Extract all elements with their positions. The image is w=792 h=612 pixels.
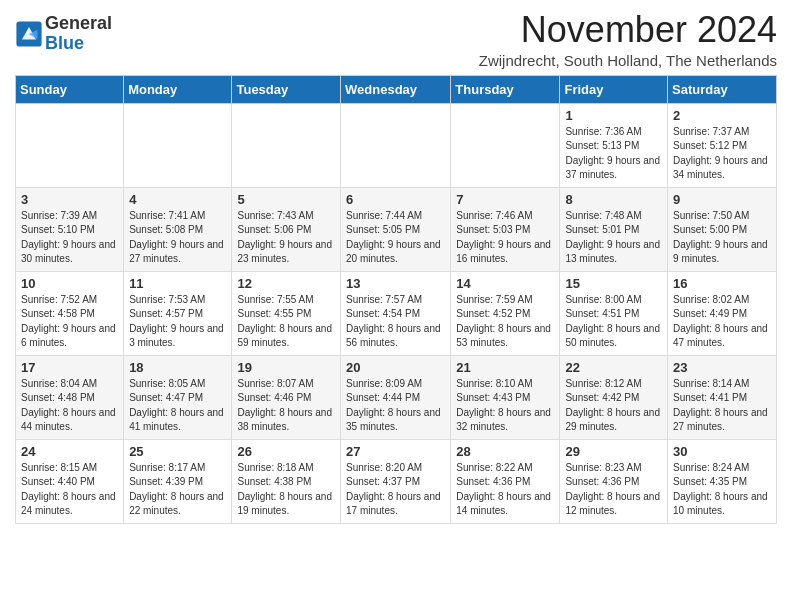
day-info: Sunrise: 7:48 AMSunset: 5:01 PMDaylight:…	[565, 209, 662, 267]
calendar-cell	[16, 103, 124, 187]
day-info: Sunrise: 7:53 AMSunset: 4:57 PMDaylight:…	[129, 293, 226, 351]
calendar-cell: 16Sunrise: 8:02 AMSunset: 4:49 PMDayligh…	[668, 271, 777, 355]
day-info: Sunrise: 7:44 AMSunset: 5:05 PMDaylight:…	[346, 209, 445, 267]
calendar-cell: 11Sunrise: 7:53 AMSunset: 4:57 PMDayligh…	[124, 271, 232, 355]
day-number: 16	[673, 276, 771, 291]
calendar-cell: 18Sunrise: 8:05 AMSunset: 4:47 PMDayligh…	[124, 355, 232, 439]
calendar-cell: 17Sunrise: 8:04 AMSunset: 4:48 PMDayligh…	[16, 355, 124, 439]
day-number: 9	[673, 192, 771, 207]
day-number: 11	[129, 276, 226, 291]
day-info: Sunrise: 7:46 AMSunset: 5:03 PMDaylight:…	[456, 209, 554, 267]
day-info: Sunrise: 7:57 AMSunset: 4:54 PMDaylight:…	[346, 293, 445, 351]
day-info: Sunrise: 8:14 AMSunset: 4:41 PMDaylight:…	[673, 377, 771, 435]
day-info: Sunrise: 8:07 AMSunset: 4:46 PMDaylight:…	[237, 377, 335, 435]
day-number: 4	[129, 192, 226, 207]
title-area: November 2024 Zwijndrecht, South Holland…	[479, 10, 777, 69]
day-number: 10	[21, 276, 118, 291]
day-number: 8	[565, 192, 662, 207]
calendar-cell: 10Sunrise: 7:52 AMSunset: 4:58 PMDayligh…	[16, 271, 124, 355]
calendar-cell: 21Sunrise: 8:10 AMSunset: 4:43 PMDayligh…	[451, 355, 560, 439]
calendar-cell: 15Sunrise: 8:00 AMSunset: 4:51 PMDayligh…	[560, 271, 668, 355]
day-number: 24	[21, 444, 118, 459]
column-header-monday: Monday	[124, 75, 232, 103]
calendar-cell: 26Sunrise: 8:18 AMSunset: 4:38 PMDayligh…	[232, 439, 341, 523]
day-number: 21	[456, 360, 554, 375]
day-info: Sunrise: 7:41 AMSunset: 5:08 PMDaylight:…	[129, 209, 226, 267]
calendar-cell: 6Sunrise: 7:44 AMSunset: 5:05 PMDaylight…	[341, 187, 451, 271]
calendar-cell: 4Sunrise: 7:41 AMSunset: 5:08 PMDaylight…	[124, 187, 232, 271]
calendar-cell: 3Sunrise: 7:39 AMSunset: 5:10 PMDaylight…	[16, 187, 124, 271]
calendar-cell: 19Sunrise: 8:07 AMSunset: 4:46 PMDayligh…	[232, 355, 341, 439]
day-info: Sunrise: 7:36 AMSunset: 5:13 PMDaylight:…	[565, 125, 662, 183]
calendar-cell: 20Sunrise: 8:09 AMSunset: 4:44 PMDayligh…	[341, 355, 451, 439]
day-number: 25	[129, 444, 226, 459]
day-number: 29	[565, 444, 662, 459]
day-info: Sunrise: 8:09 AMSunset: 4:44 PMDaylight:…	[346, 377, 445, 435]
calendar-cell: 30Sunrise: 8:24 AMSunset: 4:35 PMDayligh…	[668, 439, 777, 523]
calendar-week-4: 17Sunrise: 8:04 AMSunset: 4:48 PMDayligh…	[16, 355, 777, 439]
logo: General Blue	[15, 14, 112, 54]
month-title: November 2024	[479, 10, 777, 50]
day-number: 13	[346, 276, 445, 291]
calendar-cell	[124, 103, 232, 187]
day-info: Sunrise: 8:22 AMSunset: 4:36 PMDaylight:…	[456, 461, 554, 519]
column-header-wednesday: Wednesday	[341, 75, 451, 103]
day-info: Sunrise: 8:23 AMSunset: 4:36 PMDaylight:…	[565, 461, 662, 519]
day-number: 28	[456, 444, 554, 459]
calendar-week-5: 24Sunrise: 8:15 AMSunset: 4:40 PMDayligh…	[16, 439, 777, 523]
day-number: 17	[21, 360, 118, 375]
day-number: 7	[456, 192, 554, 207]
day-number: 12	[237, 276, 335, 291]
day-number: 19	[237, 360, 335, 375]
calendar-table: SundayMondayTuesdayWednesdayThursdayFrid…	[15, 75, 777, 524]
calendar-cell: 29Sunrise: 8:23 AMSunset: 4:36 PMDayligh…	[560, 439, 668, 523]
calendar-cell: 2Sunrise: 7:37 AMSunset: 5:12 PMDaylight…	[668, 103, 777, 187]
day-info: Sunrise: 8:24 AMSunset: 4:35 PMDaylight:…	[673, 461, 771, 519]
day-info: Sunrise: 7:43 AMSunset: 5:06 PMDaylight:…	[237, 209, 335, 267]
day-number: 23	[673, 360, 771, 375]
calendar-cell	[232, 103, 341, 187]
day-info: Sunrise: 7:59 AMSunset: 4:52 PMDaylight:…	[456, 293, 554, 351]
day-number: 3	[21, 192, 118, 207]
page-header: General Blue November 2024 Zwijndrecht, …	[15, 10, 777, 69]
calendar-cell: 14Sunrise: 7:59 AMSunset: 4:52 PMDayligh…	[451, 271, 560, 355]
day-info: Sunrise: 8:12 AMSunset: 4:42 PMDaylight:…	[565, 377, 662, 435]
day-number: 1	[565, 108, 662, 123]
day-number: 5	[237, 192, 335, 207]
day-info: Sunrise: 7:52 AMSunset: 4:58 PMDaylight:…	[21, 293, 118, 351]
column-header-thursday: Thursday	[451, 75, 560, 103]
calendar-header-row: SundayMondayTuesdayWednesdayThursdayFrid…	[16, 75, 777, 103]
calendar-cell: 24Sunrise: 8:15 AMSunset: 4:40 PMDayligh…	[16, 439, 124, 523]
calendar-cell: 12Sunrise: 7:55 AMSunset: 4:55 PMDayligh…	[232, 271, 341, 355]
day-info: Sunrise: 8:17 AMSunset: 4:39 PMDaylight:…	[129, 461, 226, 519]
day-info: Sunrise: 7:39 AMSunset: 5:10 PMDaylight:…	[21, 209, 118, 267]
day-info: Sunrise: 8:10 AMSunset: 4:43 PMDaylight:…	[456, 377, 554, 435]
calendar-cell	[341, 103, 451, 187]
calendar-cell: 5Sunrise: 7:43 AMSunset: 5:06 PMDaylight…	[232, 187, 341, 271]
calendar-cell: 28Sunrise: 8:22 AMSunset: 4:36 PMDayligh…	[451, 439, 560, 523]
day-number: 26	[237, 444, 335, 459]
calendar-cell: 23Sunrise: 8:14 AMSunset: 4:41 PMDayligh…	[668, 355, 777, 439]
day-number: 27	[346, 444, 445, 459]
day-info: Sunrise: 8:18 AMSunset: 4:38 PMDaylight:…	[237, 461, 335, 519]
calendar-cell: 22Sunrise: 8:12 AMSunset: 4:42 PMDayligh…	[560, 355, 668, 439]
day-number: 2	[673, 108, 771, 123]
calendar-cell: 7Sunrise: 7:46 AMSunset: 5:03 PMDaylight…	[451, 187, 560, 271]
calendar-cell: 25Sunrise: 8:17 AMSunset: 4:39 PMDayligh…	[124, 439, 232, 523]
calendar-cell	[451, 103, 560, 187]
column-header-saturday: Saturday	[668, 75, 777, 103]
day-info: Sunrise: 8:02 AMSunset: 4:49 PMDaylight:…	[673, 293, 771, 351]
day-number: 30	[673, 444, 771, 459]
column-header-friday: Friday	[560, 75, 668, 103]
calendar-cell: 27Sunrise: 8:20 AMSunset: 4:37 PMDayligh…	[341, 439, 451, 523]
day-info: Sunrise: 8:05 AMSunset: 4:47 PMDaylight:…	[129, 377, 226, 435]
logo-icon	[15, 20, 43, 48]
day-info: Sunrise: 8:20 AMSunset: 4:37 PMDaylight:…	[346, 461, 445, 519]
day-info: Sunrise: 8:00 AMSunset: 4:51 PMDaylight:…	[565, 293, 662, 351]
day-number: 6	[346, 192, 445, 207]
day-number: 14	[456, 276, 554, 291]
logo-text: General Blue	[45, 14, 112, 54]
location-title: Zwijndrecht, South Holland, The Netherla…	[479, 52, 777, 69]
day-info: Sunrise: 8:15 AMSunset: 4:40 PMDaylight:…	[21, 461, 118, 519]
day-info: Sunrise: 7:55 AMSunset: 4:55 PMDaylight:…	[237, 293, 335, 351]
